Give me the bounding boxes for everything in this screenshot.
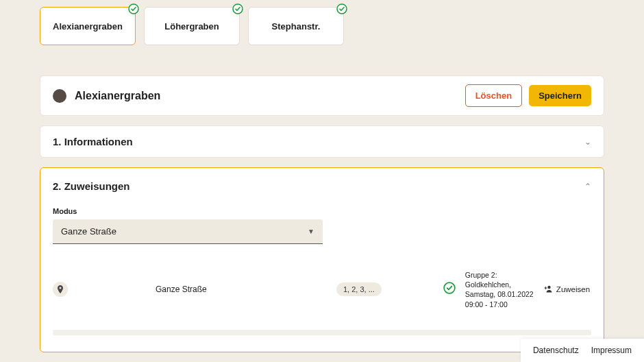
assign-button[interactable]: Zuweisen	[543, 285, 590, 294]
section-header[interactable]: 2. Zuweisungen ⌃	[53, 180, 591, 192]
privacy-link[interactable]: Datenschutz	[533, 346, 579, 355]
imprint-link[interactable]: Impressum	[591, 346, 632, 355]
street-tabs: Alexianergraben Löhergraben Stephanstr.	[40, 7, 604, 45]
assign-label: Zuweisen	[556, 285, 590, 293]
tab-alexianergraben[interactable]: Alexianergraben	[40, 7, 136, 45]
delete-button[interactable]: Löschen	[465, 84, 522, 107]
footer: Datenschutz Impressum	[521, 339, 644, 362]
chevron-down-icon: ⌄	[584, 137, 591, 147]
header-panel: Alexianergraben Löschen Speichern	[40, 75, 604, 116]
assignment-details: Gruppe 2: Goldkehlchen, Samstag, 08.01.2…	[465, 270, 539, 309]
check-icon	[336, 3, 347, 14]
mode-select[interactable]: Ganze Straße ▼	[53, 219, 323, 244]
section-informationen[interactable]: 1. Informationen ⌄	[40, 125, 604, 158]
dropdown-arrow-icon: ▼	[308, 228, 314, 235]
progress-bar	[53, 330, 591, 335]
location-pin-icon	[53, 282, 68, 297]
tab-label: Löhergraben	[164, 21, 219, 32]
page-title: Alexianergraben	[75, 90, 465, 102]
tab-stephanstr[interactable]: Stephanstr.	[248, 7, 344, 45]
section-title: 1. Informationen	[53, 136, 584, 147]
row-label: Ganze Straße	[156, 285, 293, 294]
section-zuweisungen: 2. Zuweisungen ⌃ Modus Ganze Straße ▼ Ga…	[40, 167, 604, 352]
tab-label: Stephanstr.	[272, 21, 321, 32]
avatar	[53, 89, 66, 103]
tab-loehergraben[interactable]: Löhergraben	[144, 7, 240, 45]
chevron-up-icon: ⌃	[584, 182, 591, 191]
check-icon	[232, 3, 243, 14]
mode-value: Ganze Straße	[61, 226, 116, 237]
check-icon	[443, 282, 456, 297]
section-title: 2. Zuweisungen	[53, 180, 584, 192]
assignment-row: Ganze Straße 1, 2, 3, ... Gruppe 2: Gold…	[53, 270, 591, 309]
svg-point-4	[547, 286, 550, 289]
check-icon	[128, 3, 139, 14]
mode-label: Modus	[53, 207, 591, 215]
person-add-icon	[543, 285, 553, 294]
tab-label: Alexianergraben	[53, 21, 123, 32]
save-button[interactable]: Speichern	[529, 85, 591, 106]
numbers-chip: 1, 2, 3, ...	[336, 282, 382, 296]
